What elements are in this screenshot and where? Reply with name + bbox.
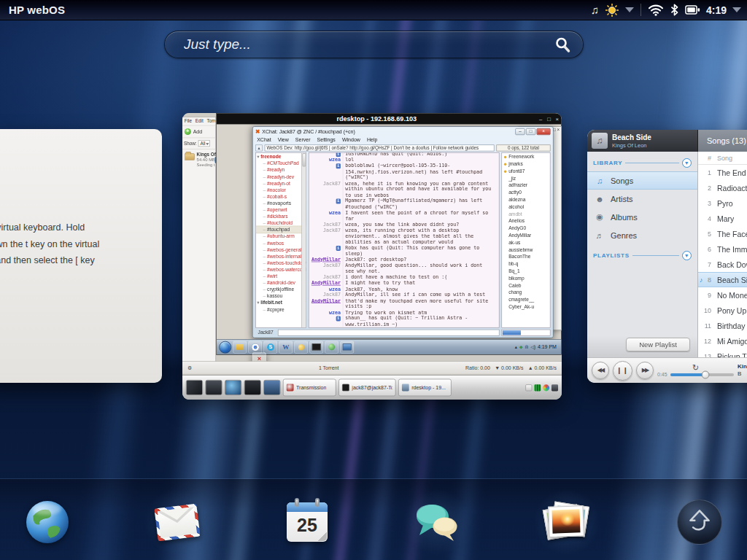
nick-item[interactable]: AndyMillar [502, 232, 550, 239]
gear-icon[interactable]: ⚙ [187, 365, 192, 370]
window-button[interactable]: Transmission [283, 379, 336, 397]
nick-item[interactable]: _jiz [502, 175, 550, 182]
scrollbar[interactable] [301, 153, 306, 327]
window-button[interactable]: jack87@jack87-To... [338, 379, 395, 397]
card-rdesktop-app[interactable]: FileEditTorrent + Add Show: All Kings Of… [182, 113, 562, 400]
nick-item[interactable]: aldezna [502, 196, 550, 203]
song-row[interactable]: 2 Radioactive [698, 180, 747, 195]
nick-item[interactable]: aussiebmw [502, 246, 550, 254]
taskbar-app-icon[interactable] [279, 341, 293, 353]
channel-item[interactable]: #dickbars [256, 213, 306, 219]
sidebar-item[interactable]: ♫ Songs [587, 171, 697, 190]
nick-item[interactable]: blkomp [502, 275, 550, 282]
song-row[interactable]: 12 Mi Amigo [698, 333, 747, 349]
desktop-dock[interactable]: Transmission jack87@jack87-To... rdeskto… [182, 375, 562, 400]
menu-item[interactable]: Window [342, 137, 360, 143]
song-row[interactable]: 10 Pony Up [698, 303, 747, 318]
system-tray[interactable]: ▴ ◆ ılı ◁) 4:19 PM [515, 344, 559, 350]
taskbar-app-icon[interactable] [309, 341, 323, 353]
channel-item[interactable]: #openwrt [256, 206, 306, 213]
song-row[interactable]: 11 Birthday [698, 318, 747, 333]
channel-item[interactable]: #readyn-ot [256, 180, 306, 187]
taskbar-app-icon[interactable] [340, 341, 354, 353]
taskbar-app-icon[interactable] [233, 341, 247, 353]
close-button[interactable]: × [537, 128, 551, 135]
progress-slider[interactable] [670, 373, 734, 376]
menu-item[interactable]: Edit [196, 119, 204, 124]
connectivity-cluster[interactable]: 4:19 [648, 4, 741, 16]
show-filter-dropdown[interactable]: All [198, 140, 210, 147]
channel-item[interactable]: freenode [256, 153, 306, 160]
channel-item[interactable]: #touchdroid [256, 219, 306, 226]
song-row[interactable]: 1 The End [698, 165, 747, 180]
card-notes-app[interactable]: he space reserved for the virtual keyboa… [0, 129, 162, 383]
nick-item[interactable]: alcohol [502, 203, 550, 211]
scroll-up-icon[interactable]: ▲ [255, 144, 263, 151]
channel-item[interactable]: #nocolor [256, 187, 306, 193]
menu-item[interactable]: Help [367, 137, 377, 143]
dock-item-messaging[interactable] [414, 499, 460, 545]
menu-item[interactable]: XChat [257, 137, 271, 143]
dock-item-calendar[interactable]: 25 [284, 499, 330, 545]
channel-item[interactable]: kassou [256, 292, 306, 299]
channel-item[interactable]: #android-dev [256, 279, 306, 286]
nick-item[interactable]: actty0 [502, 189, 550, 196]
dock-tray[interactable] [525, 384, 558, 391]
add-torrent-button[interactable]: + Add [182, 125, 215, 138]
card-music-app[interactable]: ♫ Beach Side Kings Of Leon Songs (13) LI… [587, 130, 747, 383]
nick-item[interactable]: Cyber_Ak-u [502, 303, 550, 311]
channel-item[interactable]: #wirt [256, 273, 306, 279]
minimize-button[interactable]: – [515, 128, 525, 135]
song-row[interactable]: 5 The Face [698, 226, 747, 241]
collapse-icon[interactable]: ▼ [682, 251, 692, 260]
dock-app-icon[interactable] [263, 380, 280, 395]
dock-app-icon[interactable] [205, 380, 222, 395]
song-row[interactable]: 7 Back Down South [698, 257, 747, 272]
close-icon[interactable] [553, 116, 561, 122]
channel-item[interactable]: lifebit.net [256, 299, 306, 306]
channel-item[interactable]: cryptk|offline [256, 286, 306, 292]
maximize-icon[interactable] [545, 116, 553, 122]
torrent-row[interactable]: Kings Of 54.40 MB Seeding t [182, 149, 215, 171]
start-orb-icon[interactable] [219, 341, 231, 353]
channel-topic[interactable]: WebOS Dev: http://goo.gl/j6fS | onSale? … [265, 144, 495, 151]
menu-item[interactable]: View [278, 137, 289, 143]
taskbar-app-icon[interactable] [325, 341, 338, 353]
channel-item[interactable]: #webos-internals [256, 253, 306, 260]
nick-item[interactable]: bb-q [502, 260, 550, 268]
nick-item[interactable]: jmarks [502, 160, 550, 168]
dock-app-icon[interactable] [244, 380, 261, 395]
channel-item[interactable]: #webos-general [256, 246, 306, 253]
menu-item[interactable]: Settings [317, 137, 336, 143]
next-button[interactable]: ▶▶ [636, 362, 654, 379]
channel-item[interactable]: #webos-touchdown [256, 260, 306, 266]
nick-item[interactable]: Freenework [502, 153, 550, 160]
channel-item[interactable]: #cobalt-s [256, 193, 306, 200]
dock-item-email[interactable] [154, 499, 201, 545]
menu-item[interactable]: Torrent [207, 119, 216, 124]
window-button[interactable]: rdesktop - 19... [398, 379, 452, 397]
message-input[interactable] [278, 330, 500, 336]
new-playlist-button[interactable]: New Playlist [626, 338, 690, 351]
pause-button[interactable]: ❙❙ [613, 361, 632, 381]
song-row[interactable]: 9 No Money [698, 287, 747, 303]
windows-taskbar[interactable]: ▴ ◆ ılı ◁) 4:19 PM [217, 339, 561, 354]
nick-item[interactable]: adfrazier [502, 182, 550, 189]
nick-item[interactable]: amdbt [502, 211, 550, 218]
song-row[interactable]: 8 Beach Side [698, 272, 747, 287]
nick-item[interactable]: Caleb [502, 282, 550, 289]
song-row[interactable]: 4 Mary [698, 211, 747, 226]
channel-item[interactable]: #CMTouchPad [256, 160, 306, 166]
nick-item[interactable]: BaconThe [502, 253, 550, 260]
dock-item-web[interactable] [24, 499, 71, 545]
nick-item[interactable]: ak-us [502, 239, 550, 246]
channel-item[interactable]: #cpxpre [256, 306, 306, 313]
channel-item[interactable]: #touchpad [256, 226, 306, 233]
menu-item[interactable]: Server [295, 137, 311, 143]
nick-item[interactable]: ufont87 [502, 168, 550, 175]
nick-item[interactable]: AndyG0 [502, 225, 550, 232]
nick-item[interactable]: chang [502, 289, 550, 296]
menu-item[interactable]: File [185, 119, 192, 124]
song-row[interactable]: 6 The Immortals [698, 241, 747, 257]
dock-item-launcher[interactable] [676, 499, 723, 545]
